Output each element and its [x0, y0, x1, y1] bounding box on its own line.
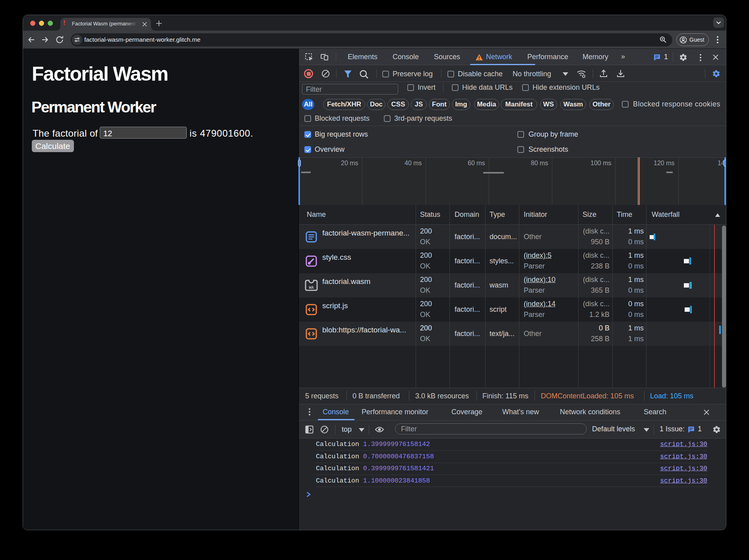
svg-text:WA: WA — [309, 286, 314, 290]
